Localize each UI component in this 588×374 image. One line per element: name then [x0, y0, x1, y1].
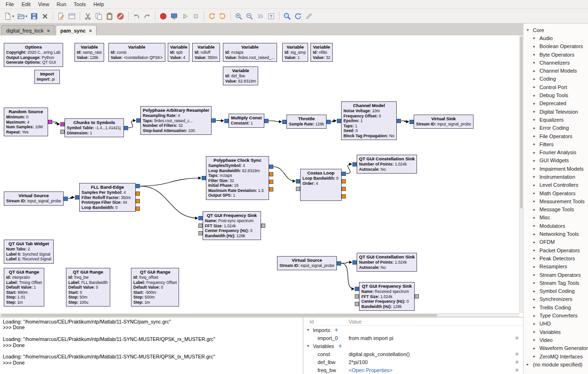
connection-wire[interactable]: [52, 122, 60, 125]
block-fll-band-edge[interactable]: FLL Band-EdgeSamples Per Symbol: 4Filter…: [79, 183, 136, 212]
block-virtual-source-2[interactable]: Virtual SourceStream ID: input_signal_pr…: [277, 256, 337, 270]
out-port-orange[interactable]: [342, 187, 346, 191]
close-icon[interactable]: ×: [47, 28, 50, 33]
out-port-orange[interactable]: [269, 172, 273, 176]
zoom-in-button[interactable]: [233, 10, 244, 22]
sidebar-item-stream-operators[interactable]: ▸Stream Operators: [523, 271, 588, 279]
menu-tools[interactable]: Tools: [70, 0, 90, 8]
block-throttle[interactable]: ThrottleSample Rate: 128k: [286, 115, 327, 129]
in-port-blue[interactable]: [136, 118, 140, 123]
in-port-blue[interactable]: [352, 162, 357, 166]
out-port-orange[interactable]: [342, 194, 346, 199]
connection-wire[interactable]: [346, 164, 352, 174]
sidebar-item-gui-widgets[interactable]: ▸GUI Widgets: [523, 157, 588, 165]
sidebar-item-coding[interactable]: ▸Coding: [523, 75, 588, 83]
out-port-orange[interactable]: [136, 191, 140, 196]
sidebar-item-deprecated[interactable]: ▸Deprecated: [523, 100, 588, 108]
sidebar-item-channel-models[interactable]: ▸Channel Models: [523, 66, 588, 75]
close-file-button[interactable]: [40, 10, 50, 22]
sidebar-item-fourier-analysis[interactable]: ▸Fourier Analysis: [523, 148, 588, 156]
varpanel-row-import-0[interactable]: import_0from math import pi×: [303, 334, 523, 342]
tab-digital-freq-lock[interactable]: digital_freq_lock×: [1, 25, 55, 35]
menu-run[interactable]: Run: [53, 0, 70, 8]
connection-wire[interactable]: [128, 121, 136, 128]
canvas-hscrollbar[interactable]: [0, 313, 519, 317]
block-import-pi[interactable]: ImportImport: pi: [34, 70, 60, 84]
sidebar-item-control-port[interactable]: ▸Control Port: [523, 83, 588, 91]
out-port-orange[interactable]: [269, 187, 273, 191]
in-port-blue[interactable]: [337, 119, 341, 123]
block-multiply-const[interactable]: Multiply ConstConstant: 1: [229, 114, 264, 128]
flowgraph-canvas[interactable]: OptionsCopyright: 2020 C...ering LabOutp…: [0, 35, 519, 313]
sidebar-item-core[interactable]: ▾ Core: [523, 26, 588, 34]
block-channel-model[interactable]: Channel ModelNoise Voltage: 10mFrequency…: [341, 101, 397, 140]
errors-button[interactable]: [158, 10, 169, 22]
sidebar-item-level-controllers[interactable]: ▸Level Controllers: [523, 181, 588, 189]
open-file-button[interactable]: ▾: [16, 10, 29, 22]
sidebar-item-misc[interactable]: ▸Misc: [523, 214, 588, 222]
sidebar-item-ofdm[interactable]: ▸OFDM: [523, 238, 588, 246]
block-tab-widget[interactable]: QT GUI Tab WidgetNum Tabs: 2Label 0: Syn…: [4, 240, 54, 264]
connection-wire[interactable]: [269, 121, 282, 122]
sidebar-item-byte-operators[interactable]: ▸Byte Operators: [523, 50, 588, 58]
block-const-sink-2[interactable]: QT GUI Constellation SinkNumber of Point…: [357, 253, 417, 272]
varpanel-group-imports[interactable]: ▾Imports+: [303, 326, 523, 334]
in-port-gray[interactable]: [60, 130, 65, 134]
in-port-blue[interactable]: [75, 195, 79, 199]
block-var-samp-rate[interactable]: VariableId: samp_rateValue: 128k: [74, 43, 104, 62]
sidebar-item-audio[interactable]: ▸Audio: [523, 34, 588, 42]
out-port-gray[interactable]: [261, 224, 265, 228]
pen-button[interactable]: [303, 10, 314, 22]
rotate-cw-button[interactable]: [217, 10, 228, 22]
sidebar-item-error-coding[interactable]: ▸Error Coding: [523, 124, 588, 132]
block-var-rolloff[interactable]: VariableId: rolloffValue: 350m: [192, 43, 220, 62]
block-random-source[interactable]: Random SourceMinimum: 0Maximum: 4Num Sam…: [4, 108, 48, 136]
sidebar-item-zeromq-interfaces[interactable]: ▸ZeroMQ Interfaces: [523, 352, 588, 360]
add-icon[interactable]: +: [334, 342, 346, 349]
menu-edit[interactable]: Edit: [18, 0, 34, 8]
vscroll-thumb[interactable]: [520, 36, 523, 208]
close-icon[interactable]: ×: [89, 28, 92, 33]
sidebar-item-symbol-coding[interactable]: ▸Symbol Coding: [523, 287, 588, 295]
block-range-interpratio[interactable]: QT GUI RangeId: interpratioLabel: Tming …: [4, 268, 44, 307]
zoom-out-button[interactable]: [244, 10, 255, 22]
block-virtual-sink[interactable]: Virtual SinkStream ID: input_signal_prob…: [414, 115, 474, 129]
block-var-const[interactable]: VariableId: constValue: <constellation Q…: [108, 43, 165, 62]
varpanel-row-def-lbw[interactable]: def_lbw2*pi/100×: [303, 358, 523, 366]
in-port-gray[interactable]: [355, 294, 359, 299]
out-port-orange[interactable]: [136, 199, 140, 203]
connection-wire[interactable]: [216, 121, 224, 121]
menu-help[interactable]: Help: [90, 0, 108, 8]
canvas-vscrollbar[interactable]: [519, 35, 523, 313]
redo-button[interactable]: [142, 10, 153, 22]
in-port-gray[interactable]: [355, 302, 359, 306]
sidebar-item-debug-tools[interactable]: ▸Debug Tools: [523, 91, 588, 99]
zoom-original-button[interactable]: [266, 10, 277, 22]
out-port-blue[interactable]: [212, 118, 216, 123]
block-pfb-arb-resampler[interactable]: Polyphase Arbitrary ResamplerResampling …: [140, 106, 212, 135]
out-port-orange[interactable]: [269, 180, 273, 184]
sidebar-item-trellis-coding[interactable]: ▸Trellis Coding: [523, 303, 588, 311]
block-const-sink-1[interactable]: QT GUI Constellation SinkNumber of Point…: [357, 155, 417, 174]
in-port-blue[interactable]: [282, 120, 286, 124]
sidebar-item-modulators[interactable]: ▸Modulators: [523, 222, 588, 230]
in-port-blue[interactable]: [198, 216, 203, 220]
variable-value[interactable]: <Open Properties>: [349, 367, 511, 373]
sidebar-item-type-converters[interactable]: ▸Type Converters: [523, 311, 588, 319]
in-port-blue[interactable]: [224, 119, 229, 123]
block-freq-sink-2[interactable]: QT GUI Frequency SinkName: Received spec…: [359, 282, 415, 311]
zoom-fit-button[interactable]: [255, 10, 266, 22]
sidebar-item-variables[interactable]: ▸Variables: [523, 328, 588, 336]
out-port-gray[interactable]: [415, 294, 419, 299]
block-var-def-lbw[interactable]: VariableId: def_lbwValue: 62.8319m: [223, 66, 258, 85]
out-port-orange[interactable]: [136, 207, 140, 211]
out-port-blue[interactable]: [136, 184, 140, 188]
connection-wire[interactable]: [331, 121, 336, 122]
paste-button[interactable]: [104, 10, 115, 22]
varpanel-row-const[interactable]: constdigital.qpsk_constellation()×: [303, 350, 523, 358]
sidebar-item-channelizers[interactable]: ▸Channelizers: [523, 58, 588, 66]
block-virtual-source-1[interactable]: Virtual SourceStream ID: input_signal_pr…: [4, 191, 64, 206]
sidebar-item-peak-detectors[interactable]: ▸Peak Detectors: [523, 254, 588, 262]
in-port-gray[interactable]: [296, 187, 300, 191]
sidebar-item-resamplers[interactable]: ▸Resamplers: [523, 263, 588, 271]
